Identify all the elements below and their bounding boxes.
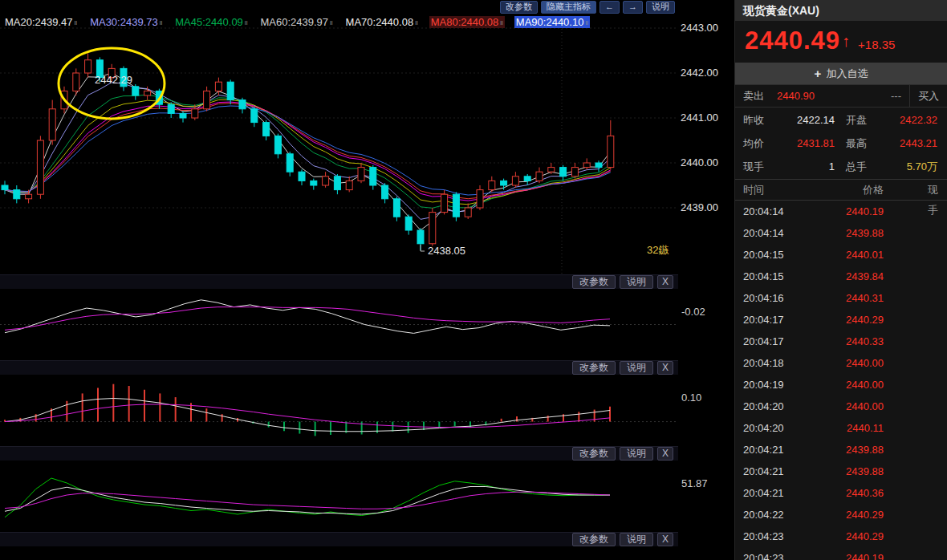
trading-app: 改参数隐藏主指标←→说明 MA20:2439.47llMA30:2439.73l… <box>0 0 947 560</box>
tick-time: 20:04:16 <box>735 292 784 304</box>
help-button[interactable]: 说明 <box>620 533 653 546</box>
svg-text:32鏃: 32鏃 <box>647 244 669 256</box>
indicator-value-label: 51.87 <box>681 477 708 489</box>
sell-price: 2440.90 <box>777 90 815 102</box>
ticks-table-header: 时间 价格 现手 <box>735 179 947 201</box>
mid-dashes: --- <box>891 90 901 102</box>
tick-time: 20:04:20 <box>735 400 784 412</box>
tick-price: 2440.19 <box>811 547 884 560</box>
add-watchlist-button[interactable]: + 加入自选 <box>735 63 947 84</box>
ma-label-0[interactable]: MA20:2439.47ll <box>3 16 79 28</box>
tick-row: 20:04:142440.19 <box>735 201 947 222</box>
tick-row: 20:04:232440.19 <box>735 547 947 560</box>
tick-price: 2440.31 <box>811 287 884 309</box>
help-button[interactable]: 说明 <box>620 361 653 375</box>
tick-time: 20:04:21 <box>735 444 784 456</box>
change-params-button[interactable]: 改参数 <box>572 361 616 375</box>
help-button[interactable]: 说明 <box>620 275 653 289</box>
tick-time: 20:04:15 <box>735 249 784 261</box>
info-label: 昨收 <box>743 113 770 128</box>
quote-info-row: 均价2431.81最高2443.21 <box>735 132 947 155</box>
axis-price-label: 2440.00 <box>681 156 718 168</box>
ma-toggle-icon: ll <box>245 19 248 26</box>
ma-label-6[interactable]: MA90:2440.10ll <box>514 16 590 28</box>
change-params-button[interactable]: 改参数 <box>572 533 616 546</box>
ma-label-3[interactable]: MA60:2439.97ll <box>258 16 334 28</box>
tick-row: 20:04:152440.01 <box>735 244 947 266</box>
prev-button[interactable]: ← <box>599 1 620 14</box>
tick-time: 20:04:14 <box>735 227 784 239</box>
last-price-row: 2440.49 ↑ +18.35 <box>735 21 947 61</box>
tick-price: 2440.00 <box>811 396 884 417</box>
tick-row: 20:04:212439.88 <box>735 461 947 482</box>
svg-text:2438.05: 2438.05 <box>428 245 465 257</box>
instrument-title: 现货黄金(XAU) <box>735 0 947 21</box>
tick-row: 20:04:212439.88 <box>735 439 947 461</box>
help-button[interactable]: 说明 <box>646 1 675 14</box>
info-label: 开盘 <box>846 113 873 128</box>
ma-toggle-icon: ll <box>415 19 418 26</box>
buy-label[interactable]: 买入 <box>918 89 939 103</box>
tick-time: 20:04:19 <box>735 379 784 391</box>
help-button[interactable]: 说明 <box>620 447 653 461</box>
tick-price: 2440.11 <box>811 417 884 439</box>
info-value: 2422.14 <box>770 114 846 126</box>
close-button[interactable]: X <box>657 275 673 289</box>
quote-info-grid: 昨收2422.14开盘2422.32均价2431.81最高2443.21现手1总… <box>735 108 947 179</box>
ma-toggle-icon: ll <box>75 19 78 26</box>
main-candlestick-chart[interactable]: 2442.292438.0532鏃 <box>0 13 678 274</box>
indicator-panel-4: 改参数说明X <box>0 532 678 560</box>
tick-time: 20:04:23 <box>735 552 784 560</box>
indicator-panel-header: 改参数说明X <box>0 360 678 375</box>
next-button[interactable]: → <box>623 1 643 14</box>
ma-toggle-icon: ll <box>330 19 333 26</box>
tick-price: 2439.88 <box>811 461 884 482</box>
tick-price: 2440.33 <box>811 331 884 352</box>
tick-time: 20:04:14 <box>735 205 784 217</box>
svg-text:2442.29: 2442.29 <box>95 74 132 86</box>
col-price: 价格 <box>811 180 884 200</box>
sell-buy-row: 卖出 2440.90 --- 买入 <box>735 84 947 108</box>
ticks-table: 20:04:142440.1920:04:142439.8820:04:1524… <box>735 201 947 560</box>
ma-toggle-icon: ll <box>500 19 503 26</box>
quote-info-row: 昨收2422.14开盘2422.32 <box>735 108 947 132</box>
tick-row: 20:04:182440.00 <box>735 352 947 374</box>
ma-label-2[interactable]: MA45:2440.09ll <box>173 16 249 28</box>
col-time: 时间 <box>735 184 764 196</box>
axis-price-label: 2443.00 <box>681 22 718 34</box>
info-value: 2443.21 <box>873 137 939 149</box>
indicator-chart-2[interactable] <box>0 375 678 446</box>
close-button[interactable]: X <box>657 361 673 375</box>
tick-time: 20:04:17 <box>735 314 784 326</box>
ma-toggle-icon: ll <box>160 19 163 26</box>
indicator-panel-3: 改参数说明X <box>0 446 678 532</box>
quote-panel: 现货黄金(XAU) 2440.49 ↑ +18.35 + 加入自选 卖出 244… <box>734 0 947 560</box>
indicator-chart-3[interactable] <box>0 461 678 532</box>
tick-price: 2440.00 <box>811 374 884 396</box>
info-label: 均价 <box>743 136 770 151</box>
ma-label-4[interactable]: MA70:2440.08ll <box>344 16 420 28</box>
tick-time: 20:04:23 <box>735 530 784 542</box>
indicator-chart-1[interactable] <box>0 289 678 360</box>
tick-time: 20:04:18 <box>735 357 784 369</box>
info-value: 5.70万 <box>873 160 939 174</box>
tick-row: 20:04:152439.84 <box>735 266 947 287</box>
tick-row: 20:04:222440.29 <box>735 504 947 526</box>
change-params-button[interactable]: 改参数 <box>500 1 538 14</box>
ma-label-1[interactable]: MA30:2439.73ll <box>88 16 164 28</box>
last-price: 2440.49 <box>745 26 840 55</box>
chart-toolbar: 改参数隐藏主指标←→说明 <box>500 1 675 14</box>
tick-row: 20:04:202440.11 <box>735 417 947 439</box>
change-params-button[interactable]: 改参数 <box>572 447 616 461</box>
close-button[interactable]: X <box>657 533 673 546</box>
indicator-panel-header: 改参数说明X <box>0 446 678 461</box>
sell-label[interactable]: 卖出 <box>743 89 764 103</box>
add-watchlist-label: 加入自选 <box>826 67 868 81</box>
indicator-chart-4[interactable] <box>0 546 678 560</box>
ma-label-5[interactable]: MA80:2440.08ll <box>429 16 505 28</box>
close-button[interactable]: X <box>657 447 673 461</box>
change-params-button[interactable]: 改参数 <box>572 275 616 289</box>
info-label: 最高 <box>846 136 873 151</box>
info-value: 2422.32 <box>873 114 939 126</box>
hide-main-indicator-button[interactable]: 隐藏主指标 <box>541 1 596 14</box>
